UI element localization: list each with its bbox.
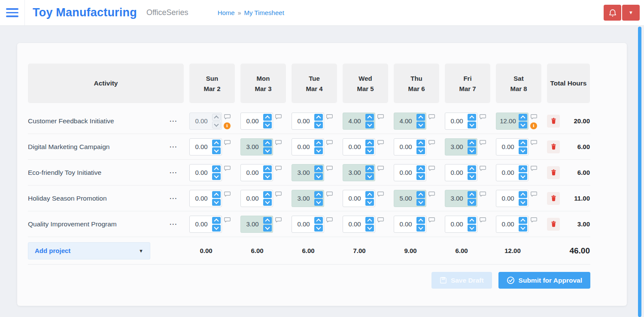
submit-for-approval-button[interactable]: Submit for Approval [498, 272, 590, 289]
decrement-button[interactable] [365, 199, 374, 206]
increment-button[interactable] [468, 217, 476, 224]
decrement-button[interactable] [416, 147, 425, 154]
comment-icon[interactable] [428, 217, 435, 223]
increment-button[interactable] [314, 165, 323, 172]
page-scrollbar[interactable] [638, 27, 641, 317]
hamburger-menu-button[interactable] [0, 0, 25, 26]
comment-icon[interactable] [531, 114, 537, 120]
comment-icon[interactable] [428, 140, 435, 146]
decrement-button[interactable] [416, 173, 425, 180]
comment-icon[interactable] [531, 140, 537, 146]
decrement-button[interactable] [314, 225, 323, 232]
decrement-button[interactable] [365, 173, 374, 180]
increment-button[interactable] [212, 114, 221, 121]
decrement-button[interactable] [212, 122, 221, 128]
comment-icon[interactable] [531, 217, 537, 223]
increment-button[interactable] [314, 114, 323, 121]
hours-input[interactable]: 3.00 [240, 216, 273, 233]
hours-input[interactable]: 0.00 [445, 164, 477, 181]
decrement-button[interactable] [519, 147, 527, 154]
hours-input[interactable]: 5.00 [394, 190, 426, 207]
increment-button[interactable] [212, 165, 221, 172]
decrement-button[interactable] [263, 147, 272, 154]
increment-button[interactable] [416, 217, 425, 224]
increment-button[interactable] [416, 114, 425, 121]
hours-input[interactable]: 3.00 [292, 164, 324, 181]
hours-input[interactable]: 0.00 [445, 216, 477, 233]
row-menu-ellipsis-icon[interactable]: ⋯ [169, 194, 178, 202]
save-draft-button[interactable]: Save Draft [431, 272, 492, 289]
row-menu-ellipsis-icon[interactable]: ⋯ [169, 168, 178, 177]
hours-input[interactable]: 3.00 [445, 138, 477, 155]
comment-icon[interactable] [224, 114, 231, 120]
hours-input[interactable]: 0.00 [343, 138, 375, 155]
hours-input[interactable]: 0.00 [343, 216, 375, 233]
hours-input[interactable]: 0.00 [189, 113, 222, 130]
hours-input[interactable]: 0.00 [189, 190, 222, 207]
increment-button[interactable] [365, 165, 374, 172]
decrement-button[interactable] [468, 173, 476, 180]
decrement-button[interactable] [212, 225, 221, 232]
increment-button[interactable] [365, 191, 374, 198]
hours-input[interactable]: 0.00 [394, 216, 426, 233]
comment-icon[interactable] [224, 140, 231, 146]
decrement-button[interactable] [365, 147, 374, 154]
comment-icon[interactable] [377, 165, 384, 171]
breadcrumb-current[interactable]: My Timesheet [244, 9, 284, 16]
increment-button[interactable] [519, 140, 527, 146]
increment-button[interactable] [263, 217, 272, 224]
increment-button[interactable] [263, 140, 272, 146]
hours-input[interactable]: 0.00 [292, 113, 324, 130]
hours-input[interactable]: 0.00 [189, 216, 222, 233]
decrement-button[interactable] [314, 122, 323, 128]
decrement-button[interactable] [519, 225, 527, 232]
increment-button[interactable] [263, 114, 272, 121]
increment-button[interactable] [212, 217, 221, 224]
delete-row-button[interactable] [547, 192, 560, 205]
comment-icon[interactable] [275, 165, 282, 171]
add-project-select[interactable]: Add project ▼ [28, 242, 150, 259]
decrement-button[interactable] [365, 122, 374, 128]
delete-row-button[interactable] [547, 218, 560, 231]
decrement-button[interactable] [263, 199, 272, 206]
increment-button[interactable] [416, 191, 425, 198]
hours-input[interactable]: 3.00 [343, 164, 375, 181]
hours-input[interactable]: 0.00 [292, 216, 324, 233]
hours-input[interactable]: 0.00 [240, 164, 273, 181]
decrement-button[interactable] [519, 199, 527, 206]
hours-input[interactable]: 3.00 [292, 190, 324, 207]
decrement-button[interactable] [468, 122, 476, 128]
increment-button[interactable] [314, 140, 323, 146]
hours-input[interactable]: 0.00 [240, 113, 273, 130]
hours-input[interactable]: 3.00 [445, 190, 477, 207]
decrement-button[interactable] [212, 173, 221, 180]
decrement-button[interactable] [468, 225, 476, 232]
increment-button[interactable] [519, 165, 527, 172]
hours-input[interactable]: 0.00 [445, 113, 477, 130]
comment-icon[interactable] [377, 191, 384, 197]
comment-icon[interactable] [224, 191, 231, 197]
comment-icon[interactable] [326, 140, 333, 146]
decrement-button[interactable] [519, 122, 527, 128]
hours-input[interactable]: 0.00 [394, 164, 426, 181]
comment-icon[interactable] [428, 114, 435, 120]
increment-button[interactable] [519, 191, 527, 198]
increment-button[interactable] [519, 114, 527, 121]
decrement-button[interactable] [468, 199, 476, 206]
comment-icon[interactable] [480, 114, 486, 120]
user-menu-button[interactable]: ▼ [622, 5, 640, 21]
increment-button[interactable] [212, 191, 221, 198]
comment-icon[interactable] [428, 165, 435, 171]
increment-button[interactable] [314, 191, 323, 198]
decrement-button[interactable] [314, 173, 323, 180]
comment-icon[interactable] [377, 114, 384, 120]
comment-icon[interactable] [275, 191, 282, 197]
comment-icon[interactable] [428, 191, 435, 197]
hours-input[interactable]: 0.00 [240, 190, 273, 207]
comment-icon[interactable] [275, 114, 282, 120]
decrement-button[interactable] [212, 199, 221, 206]
hours-input[interactable]: 0.00 [343, 190, 375, 207]
hours-input[interactable]: 0.00 [496, 164, 529, 181]
increment-button[interactable] [263, 165, 272, 172]
increment-button[interactable] [468, 114, 476, 121]
